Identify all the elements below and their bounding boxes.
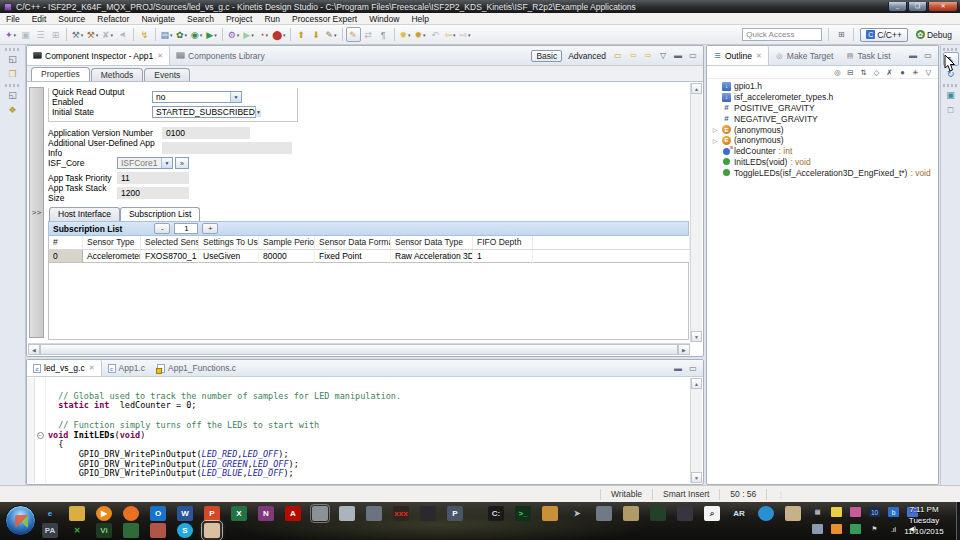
cell[interactable]: UseGiven: [199, 249, 259, 262]
forward-arrow-icon[interactable]: ⇨: [642, 50, 654, 62]
outline-item-negative-gravity[interactable]: #NEGATIVE_GRAVITY: [711, 113, 938, 124]
annotations-icon[interactable]: ✹▾: [413, 27, 428, 42]
forward-icon[interactable]: ⇨▾: [458, 27, 473, 42]
dev-tool-icon[interactable]: PA: [42, 523, 58, 538]
tray-note-icon[interactable]: [831, 507, 842, 517]
build-all-icon[interactable]: ⚒▾: [70, 27, 85, 42]
quick-access-input[interactable]: Quick Access: [742, 28, 822, 41]
external-tools-icon[interactable]: ⚙▾: [226, 27, 241, 42]
hide-static-icon[interactable]: ✗: [884, 67, 895, 78]
table-row[interactable]: 0AccelerometerFXOS8700_1UseGiven80000Fix…: [49, 249, 690, 262]
tab-component-inspector[interactable]: Component Inspector - App1 ✕: [27, 46, 170, 65]
field-app-task-priority[interactable]: 11: [117, 172, 189, 184]
app-gray-icon[interactable]: [339, 506, 355, 521]
firefox-icon[interactable]: [123, 506, 139, 521]
outline-item--anonymous-[interactable]: ▷E(anonymous): [711, 124, 938, 135]
restore-view2-icon[interactable]: ◱: [5, 88, 21, 102]
menu-item-run[interactable]: Run: [258, 13, 286, 25]
export-icon[interactable]: ▭: [612, 50, 624, 62]
outline-item-toggleleds-isf-acceleration3d-engfixed-t-[interactable]: ToggleLEDs(isf_Acceleration3D_EngFixed_t…: [711, 167, 938, 178]
coverage-icon[interactable]: ◉▾: [189, 27, 204, 42]
expander-icon[interactable]: ▷: [711, 126, 719, 133]
open-app-icon[interactable]: [312, 506, 328, 521]
field-application-version-number[interactable]: 0100: [162, 127, 250, 139]
tab-methods[interactable]: Methods: [91, 68, 144, 81]
phone-app-icon[interactable]: [677, 506, 693, 521]
show-whitespace-icon[interactable]: ¶: [376, 27, 391, 42]
field-app-task-stack-size[interactable]: 1200: [117, 187, 189, 199]
link-editor-icon[interactable]: ⇄: [361, 27, 376, 42]
properties-view-icon[interactable]: □: [943, 103, 959, 117]
perspective-cpp-button[interactable]: C C/C++: [860, 28, 908, 42]
outline-item-isf-accelerometer-types-h[interactable]: ↓isf_accelerometer_types.h: [711, 92, 938, 103]
show-desktop-button[interactable]: [956, 502, 960, 540]
close-tab-icon[interactable]: ✕: [157, 52, 163, 60]
blue-app-icon[interactable]: [758, 506, 774, 521]
editor-tab-app1-functions-c[interactable]: cApp1_Functions.c: [151, 360, 242, 376]
cmd-icon[interactable]: C:: [488, 506, 504, 521]
flash-icon[interactable]: ⬤▾: [271, 27, 287, 42]
strip-handle[interactable]: [943, 84, 959, 87]
tray-ten-icon[interactable]: 10: [869, 507, 880, 517]
close-tab-icon[interactable]: ✕: [89, 364, 95, 372]
beige-app-icon[interactable]: [785, 506, 801, 521]
scroll-down-icon[interactable]: ▼: [691, 331, 702, 342]
onenote-icon[interactable]: N: [258, 506, 274, 521]
tray-update-icon[interactable]: [831, 524, 842, 534]
open-perspective-icon[interactable]: ⊞: [835, 29, 847, 41]
run-icon[interactable]: ▶▾: [204, 27, 219, 42]
minimize-view-icon[interactable]: ▬: [907, 50, 919, 62]
open-folder-icon[interactable]: ⬆: [294, 27, 309, 42]
grid-tool-icon[interactable]: [150, 523, 166, 538]
expander-icon[interactable]: ▷: [711, 137, 719, 144]
tab-components-library[interactable]: Components Library: [170, 46, 271, 65]
sort-icon[interactable]: ⇅: [858, 67, 869, 78]
toggle-editor-icon[interactable]: ✎: [346, 27, 361, 42]
ar-app-icon[interactable]: AR: [731, 506, 747, 521]
outline-item-positive-gravity[interactable]: #POSITIVE_GRAVITY: [711, 103, 938, 114]
hide-fields-icon[interactable]: ◇: [871, 67, 882, 78]
terminal-icon[interactable]: >_: [515, 506, 531, 521]
clean-icon[interactable]: ✘▾: [100, 27, 115, 42]
close-tab-icon[interactable]: ✕: [756, 52, 762, 60]
mode-basic-button[interactable]: Basic: [531, 50, 562, 62]
import-icon[interactable]: ⬇: [309, 27, 324, 42]
search-app-icon[interactable]: ⌕: [704, 506, 720, 521]
code-line[interactable]: GPIO_DRV_WritePinOutput(LED_BLUE,LED_OFF…: [48, 469, 690, 479]
cell[interactable]: 80000: [259, 249, 315, 262]
cell[interactable]: FXOS8700_1: [141, 249, 199, 262]
new-wizard-icon[interactable]: ✦▾: [3, 27, 18, 42]
explorer-folder-icon[interactable]: [69, 506, 85, 521]
menu-item-help[interactable]: Help: [405, 13, 434, 25]
mode-advanced-button[interactable]: Advanced: [565, 51, 609, 61]
perspective-debug-button[interactable]: ✿ Debug: [911, 29, 957, 41]
dropdown-isf-core[interactable]: ISFCore1▼: [117, 157, 173, 169]
skype-icon[interactable]: S: [177, 523, 193, 538]
wrench-app-icon[interactable]: [596, 506, 612, 521]
cell[interactable]: Fixed Point: [315, 249, 391, 262]
profile-icon[interactable]: ◔▾: [256, 27, 271, 42]
editor-tab-led-vs-g-c[interactable]: cled_vs_g.c✕: [27, 360, 102, 376]
outline-item-ledcounter[interactable]: sledCounter : int: [711, 146, 938, 157]
new-console-icon[interactable]: ▤▾: [159, 27, 174, 42]
save-icon[interactable]: ▣: [18, 27, 33, 42]
menu-item-source[interactable]: Source: [52, 13, 91, 25]
scroll-left-icon[interactable]: ◀: [28, 344, 40, 355]
build-hammer-icon[interactable]: ⚒▾: [85, 27, 100, 42]
app-dark-icon[interactable]: [366, 506, 382, 521]
dropdown-initial-state[interactable]: STARTED_SUBSCRIBED▼: [152, 106, 256, 118]
minimize-button[interactable]: _: [888, 2, 907, 12]
inspector-vertical-scrollbar[interactable]: ▲ ▼: [690, 83, 702, 342]
mark-occurrences-icon[interactable]: ✹▾: [398, 27, 413, 42]
vi-tool-icon[interactable]: Vi: [96, 523, 112, 538]
tray-display-icon[interactable]: [812, 524, 823, 534]
minimize-view-icon[interactable]: ▬: [672, 50, 684, 62]
tab-make-target[interactable]: ◎ Make Target: [769, 46, 840, 65]
cell[interactable]: Accelerometer: [83, 249, 141, 262]
view-menu-icon[interactable]: ▽: [657, 50, 669, 62]
acrobat-icon[interactable]: A: [285, 506, 301, 521]
save-all-icon[interactable]: ☰: [33, 27, 48, 42]
fold-ruler[interactable]: −: [35, 378, 46, 483]
cell[interactable]: [533, 249, 690, 262]
back-icon[interactable]: ⇦▾: [443, 27, 458, 42]
